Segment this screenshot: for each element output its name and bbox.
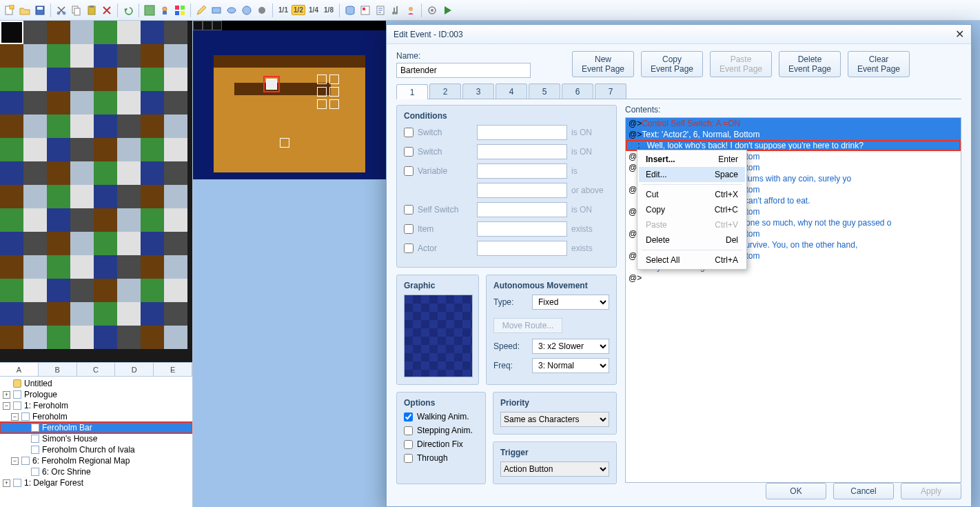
delete-event-page-button[interactable]: DeleteEvent Page bbox=[779, 51, 841, 77]
sound-icon[interactable] bbox=[389, 3, 402, 17]
graphic-preview[interactable] bbox=[404, 295, 473, 377]
event-page-tab-2[interactable]: 2 bbox=[429, 83, 461, 99]
undo-icon[interactable] bbox=[121, 3, 135, 17]
dialog-titlebar[interactable]: Edit Event - ID:003 ✕ bbox=[387, 25, 971, 44]
cut-icon[interactable] bbox=[54, 3, 68, 17]
tileset-tab-b[interactable]: B bbox=[39, 363, 77, 376]
zoom-1-1[interactable]: 1/1 bbox=[276, 3, 290, 17]
tree-expander-icon[interactable]: − bbox=[11, 413, 19, 421]
rect-tool-icon[interactable] bbox=[210, 3, 223, 17]
ctx-copy[interactable]: CopyCtrl+C bbox=[639, 202, 745, 217]
apply-button[interactable]: Apply bbox=[901, 483, 961, 499]
event-page-tab-6[interactable]: 6 bbox=[562, 83, 593, 99]
event-page-tab-3[interactable]: 3 bbox=[462, 83, 494, 99]
copy-event-page-button[interactable]: CopyEvent Page bbox=[641, 51, 703, 77]
map-tree-item[interactable]: +Prologue bbox=[0, 389, 192, 400]
event-mode-icon[interactable] bbox=[158, 3, 172, 17]
paste-event-page-button[interactable]: PasteEvent Page bbox=[710, 51, 772, 77]
ctx-edit[interactable]: Edit...Space bbox=[639, 167, 745, 182]
cancel-button[interactable]: Cancel bbox=[833, 483, 894, 499]
ellipse-tool-icon[interactable] bbox=[225, 3, 238, 17]
condition-combo[interactable] bbox=[477, 241, 567, 256]
map-tree-item[interactable]: Feroholm Bar bbox=[0, 422, 192, 433]
pencil-icon[interactable] bbox=[194, 3, 208, 17]
event-command-line[interactable]: @>Text: 'Actor2', 6, Normal, Bottom bbox=[626, 129, 961, 140]
move-type-select[interactable]: Fixed bbox=[532, 295, 609, 310]
settings-icon[interactable] bbox=[425, 3, 439, 17]
map-tree[interactable]: Untitled+Prologue−1: Feroholm−FeroholmFe… bbox=[0, 376, 192, 507]
map-tree-item[interactable]: −1: Feroholm bbox=[0, 400, 192, 411]
tileset-tab-c[interactable]: C bbox=[77, 363, 116, 376]
condition-checkbox[interactable] bbox=[404, 166, 414, 176]
priority-select[interactable]: Same as Characters bbox=[500, 412, 609, 427]
tileset-tab-e[interactable]: E bbox=[154, 363, 192, 376]
map-tree-item[interactable]: +1: Delgar Forest bbox=[0, 477, 192, 488]
database-icon[interactable] bbox=[343, 3, 357, 17]
option-checkbox[interactable] bbox=[404, 454, 413, 463]
playtest-icon[interactable] bbox=[440, 3, 454, 17]
tree-expander-icon[interactable]: + bbox=[3, 391, 10, 399]
tree-expander-icon[interactable]: − bbox=[11, 457, 19, 465]
trigger-select[interactable]: Action Button bbox=[500, 461, 609, 477]
condition-combo[interactable] bbox=[477, 221, 567, 237]
tileset-tab-a[interactable]: A bbox=[0, 363, 39, 376]
zoom-1-4[interactable]: 1/4 bbox=[307, 3, 320, 17]
condition-checkbox[interactable] bbox=[404, 224, 414, 234]
condition-checkbox[interactable] bbox=[404, 205, 414, 215]
new-project-icon[interactable] bbox=[3, 3, 17, 17]
map-tree-item[interactable]: −Feroholm bbox=[0, 411, 192, 422]
ctx-cut[interactable]: CutCtrl+X bbox=[639, 187, 745, 202]
condition-combo[interactable] bbox=[477, 125, 567, 140]
event-page-tab-4[interactable]: 4 bbox=[496, 83, 527, 99]
condition-combo[interactable] bbox=[477, 144, 567, 159]
map-canvas[interactable] bbox=[193, 21, 386, 179]
zoom-1-2[interactable]: 1/2 bbox=[292, 3, 305, 17]
condition-checkbox[interactable] bbox=[404, 147, 414, 157]
option-checkbox[interactable] bbox=[404, 412, 413, 421]
new-event-page-button[interactable]: NewEvent Page bbox=[572, 51, 634, 77]
map-tree-item[interactable]: −6: Feroholm Regional Map bbox=[0, 455, 192, 466]
condition-checkbox[interactable] bbox=[404, 128, 414, 137]
paste-icon[interactable] bbox=[85, 3, 99, 17]
move-route-button[interactable]: Move Route... bbox=[493, 318, 562, 333]
tree-expander-icon[interactable]: + bbox=[3, 479, 10, 487]
save-icon[interactable] bbox=[33, 3, 47, 17]
event-command-line[interactable]: @>Control Self Switch: A =ON bbox=[626, 118, 961, 129]
ok-button[interactable]: OK bbox=[766, 483, 826, 499]
condition-checkbox[interactable] bbox=[404, 243, 414, 253]
map-tree-item[interactable]: Simon's House bbox=[0, 433, 192, 444]
event-command-line[interactable]: @> bbox=[626, 272, 961, 284]
clear-event-page-button[interactable]: ClearEvent Page bbox=[848, 51, 910, 77]
character-gen-icon[interactable] bbox=[404, 3, 418, 17]
tree-expander-icon[interactable]: − bbox=[3, 402, 10, 410]
tileset-palette[interactable] bbox=[0, 21, 192, 362]
script-icon[interactable] bbox=[374, 3, 387, 17]
option-checkbox[interactable] bbox=[404, 426, 413, 435]
open-icon[interactable] bbox=[18, 3, 32, 17]
close-icon[interactable]: ✕ bbox=[955, 28, 964, 41]
map-mode-icon[interactable] bbox=[143, 3, 156, 17]
event-page-tab-5[interactable]: 5 bbox=[529, 83, 560, 99]
ctx-delete[interactable]: DeleteDel bbox=[639, 232, 745, 248]
map-tree-item[interactable]: Feroholm Church of Ivala bbox=[0, 444, 192, 455]
condition-combo[interactable] bbox=[477, 163, 567, 179]
move-speed-select[interactable]: 3: x2 Slower bbox=[532, 339, 609, 354]
region-mode-icon[interactable] bbox=[173, 3, 187, 17]
map-tree-item[interactable]: 6: Orc Shrine bbox=[0, 466, 192, 477]
tileset-tab-d[interactable]: D bbox=[115, 363, 154, 376]
event-page-tab-1[interactable]: 1 bbox=[396, 84, 428, 99]
event-page-tab-7[interactable]: 7 bbox=[595, 83, 626, 99]
option-checkbox[interactable] bbox=[404, 440, 413, 449]
zoom-1-8[interactable]: 1/8 bbox=[322, 3, 336, 17]
resource-icon[interactable] bbox=[358, 3, 372, 17]
move-freq-select[interactable]: 3: Normal bbox=[532, 358, 609, 373]
condition-combo[interactable] bbox=[477, 202, 567, 217]
event-name-input[interactable] bbox=[396, 63, 531, 78]
map-tree-item[interactable]: Untitled bbox=[0, 378, 192, 389]
fill-tool-icon[interactable] bbox=[240, 3, 254, 17]
delete-icon[interactable] bbox=[100, 3, 114, 17]
shadow-tool-icon[interactable] bbox=[255, 3, 269, 17]
ctx-selectall[interactable]: Select AllCtrl+A bbox=[639, 252, 745, 268]
ctx-insert[interactable]: Insert...Enter bbox=[639, 152, 745, 167]
copy-icon[interactable] bbox=[70, 3, 83, 17]
